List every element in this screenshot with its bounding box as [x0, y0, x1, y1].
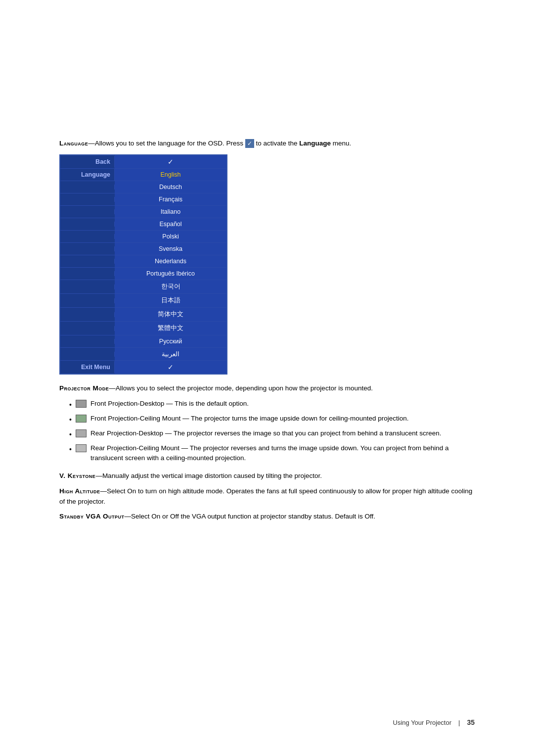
menu-language-empty-9: [60, 284, 115, 289]
menu-language-empty-4: [60, 222, 115, 227]
menu-language-polski: Polski: [115, 231, 226, 242]
projector-mode-bullets: • Front Projection-Desktop — This is the…: [69, 399, 475, 464]
menu-language-empty-2: [60, 197, 115, 202]
rear-desk-icon: [76, 429, 87, 437]
bullet-text-3: Rear Projection-Desktop — The projector …: [90, 428, 442, 438]
list-item: • Rear Projection-Desktop — The projecto…: [69, 428, 475, 440]
standby-vga-description: —Select On or Off the VGA output functio…: [125, 513, 376, 520]
menu-language-empty-7: [60, 259, 115, 264]
menu-language-svenska: Svenska: [115, 243, 226, 255]
footer-section-label: Using Your Projector: [393, 719, 452, 726]
footer: Using Your Projector | 35: [393, 718, 475, 726]
osd-language-menu: Back ✓ Language English Deutsch Français…: [59, 154, 227, 375]
high-altitude-description: —Select On to turn on high altitude mode…: [59, 487, 472, 505]
bullet-text-2: Front Projection-Ceiling Mount — The pro…: [90, 414, 409, 424]
menu-row-polski[interactable]: Polski: [60, 231, 226, 243]
menu-language-nederlands: Nederlands: [115, 255, 226, 267]
menu-language-traditional-chinese: 繁體中文: [115, 322, 226, 335]
menu-language-empty-5: [60, 234, 115, 239]
front-ceil-icon: [76, 415, 87, 423]
projector-mode-section: Projector Mode—Allows you to select the …: [59, 383, 475, 394]
projector-mode-description: —Allows you to select the projector mode…: [109, 384, 373, 392]
bullet-dot-4: •: [69, 444, 72, 455]
v-keystone-section: V. Keystone—Manually adjust the vertical…: [59, 471, 475, 481]
menu-language-portugues: Português Ibérico: [115, 268, 226, 280]
bullet-text-4: Rear Projection-Ceiling Mount — The proj…: [90, 443, 475, 464]
menu-row-korean[interactable]: 한국어: [60, 280, 226, 294]
menu-row-russian[interactable]: Русский: [60, 335, 226, 348]
menu-language-russian: Русский: [115, 335, 226, 347]
language-intro-text1: —Allows you to set the language for the …: [88, 140, 243, 147]
menu-row-language-english[interactable]: Language English: [60, 169, 226, 181]
menu-row-portugues[interactable]: Português Ibérico: [60, 268, 226, 280]
menu-row-arabic[interactable]: العربية: [60, 348, 226, 361]
menu-language-francais: Français: [115, 193, 226, 205]
menu-row-simplified-chinese[interactable]: 简体中文: [60, 308, 226, 322]
menu-language-arabic: العربية: [115, 348, 226, 360]
menu-language-korean: 한국어: [115, 280, 226, 293]
menu-row-francais[interactable]: Français: [60, 193, 226, 206]
menu-row-deutsch[interactable]: Deutsch: [60, 181, 226, 193]
v-keystone-description: —Manually adjust the vertical image dist…: [95, 472, 322, 479]
menu-row-exit[interactable]: Exit Menu ✓: [60, 361, 226, 374]
high-altitude-section: High Altitude—Select On to turn on high …: [59, 486, 475, 507]
menu-row-svenska[interactable]: Svenska: [60, 243, 226, 255]
menu-language-empty-13: [60, 339, 115, 344]
checkmark-button-icon: ✓: [245, 139, 254, 148]
menu-language-english: English: [115, 169, 226, 181]
language-intro-text2: to activate the Language menu.: [256, 140, 351, 147]
v-keystone-label: V. Keystone: [59, 472, 95, 479]
list-item: • Rear Projection-Ceiling Mount — The pr…: [69, 443, 475, 464]
bullet-dot-2: •: [69, 415, 72, 425]
menu-row-traditional-chinese[interactable]: 繁體中文: [60, 322, 226, 335]
top-space: [59, 40, 475, 139]
high-altitude-label: High Altitude: [59, 487, 100, 495]
menu-back-value: ✓: [115, 155, 226, 168]
menu-language-empty-10: [60, 298, 115, 303]
menu-exit-label: Exit Menu: [60, 361, 115, 373]
menu-language-empty-12: [60, 326, 115, 331]
menu-language-japanese: 日本語: [115, 294, 226, 307]
bullet-dot-1: •: [69, 400, 72, 410]
front-desk-icon: [76, 400, 87, 408]
language-label-bold: Language: [59, 140, 88, 147]
menu-language-deutsch: Deutsch: [115, 181, 226, 193]
list-item: • Front Projection-Desktop — This is the…: [69, 399, 475, 410]
menu-language-label: Language: [60, 169, 115, 181]
menu-language-empty-8: [60, 271, 115, 276]
language-intro-paragraph: Language—Allows you to set the language …: [59, 139, 475, 148]
list-item: • Front Projection-Ceiling Mount — The p…: [69, 414, 475, 425]
menu-row-nederlands[interactable]: Nederlands: [60, 255, 226, 268]
menu-exit-value: ✓: [115, 361, 226, 374]
rear-ceil-icon: [76, 444, 87, 452]
language-link-bold: Language: [299, 140, 331, 147]
menu-row-italiano[interactable]: Italiano: [60, 206, 226, 218]
footer-page-number: 35: [467, 718, 475, 726]
menu-language-espanol: Español: [115, 218, 226, 230]
bullet-dot-3: •: [69, 429, 72, 440]
menu-row-espanol[interactable]: Español: [60, 218, 226, 231]
menu-language-empty-6: [60, 246, 115, 251]
menu-language-empty-11: [60, 312, 115, 317]
footer-separator: |: [458, 719, 460, 726]
menu-row-back[interactable]: Back ✓: [60, 155, 226, 169]
projector-mode-label: Projector Mode: [59, 384, 109, 392]
menu-language-empty-1: [60, 185, 115, 189]
standby-vga-section: Standby VGA Output—Select On or Off the …: [59, 512, 475, 522]
menu-language-empty-14: [60, 352, 115, 357]
menu-language-empty-3: [60, 209, 115, 214]
standby-vga-label: Standby VGA Output: [59, 513, 125, 520]
page-container: Language—Allows you to set the language …: [0, 0, 534, 756]
menu-language-italiano: Italiano: [115, 206, 226, 218]
bullet-text-1: Front Projection-Desktop — This is the d…: [90, 399, 249, 409]
menu-back-label: Back: [60, 156, 115, 168]
menu-row-japanese[interactable]: 日本語: [60, 294, 226, 308]
menu-language-simplified-chinese: 简体中文: [115, 308, 226, 321]
